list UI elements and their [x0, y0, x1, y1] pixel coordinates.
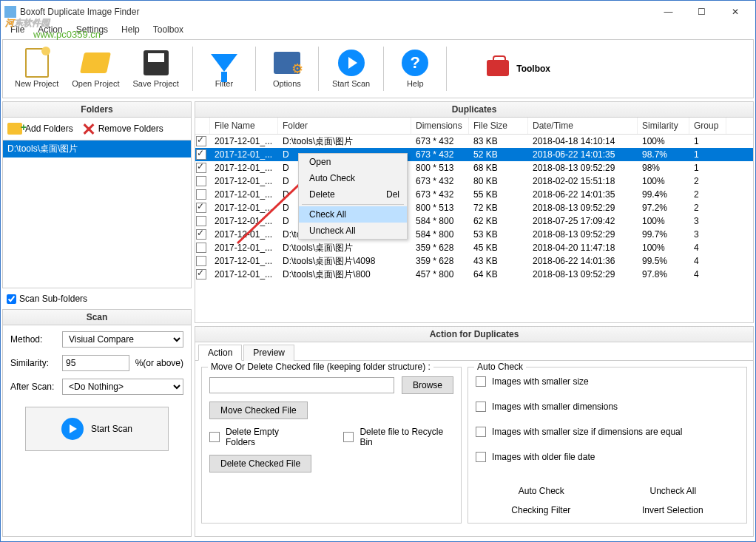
- ctx-auto-check[interactable]: Auto Check: [299, 170, 407, 186]
- table-row[interactable]: 2017-12-01_...D673 * 43252 KB2018-06-22 …: [195, 148, 753, 161]
- filter-button[interactable]: Filter: [202, 47, 246, 91]
- close-button[interactable]: ✕: [718, 1, 752, 22]
- col-similarity[interactable]: Similarity: [638, 118, 689, 134]
- col-group[interactable]: Group: [689, 118, 726, 134]
- titlebar: Boxoft Duplicate Image Finder — ☐ ✕: [1, 1, 755, 23]
- tab-action[interactable]: Action: [198, 345, 242, 361]
- ctx-check-all[interactable]: Check All: [299, 206, 407, 223]
- delete-empty-checkbox[interactable]: Delete Empty Folders: [209, 427, 306, 447]
- menu-toolbox[interactable]: Toolbox: [147, 23, 189, 38]
- similarity-suffix: %(or above): [135, 358, 183, 368]
- start-scan-big-button[interactable]: Start Scan: [25, 407, 169, 451]
- row-checkbox[interactable]: [196, 256, 206, 266]
- move-delete-fieldset: Move Or Delete Checked file (keeping fol…: [201, 367, 462, 524]
- row-checkbox[interactable]: [196, 176, 206, 186]
- folders-panel: Folders Add Folders Remove Folders D:\to…: [2, 101, 192, 288]
- auto-check-link[interactable]: Auto Check: [519, 486, 564, 496]
- move-path-input[interactable]: [209, 377, 394, 393]
- minimize-button[interactable]: —: [652, 1, 685, 22]
- ac-smaller-dim[interactable]: Images with smaller dimensions: [476, 402, 739, 412]
- app-icon: [4, 6, 16, 18]
- duplicates-header: Duplicates: [195, 102, 753, 118]
- table-row[interactable]: 2017-12-01_...D:\tools\桌面\图片359 * 62845 …: [195, 241, 753, 254]
- tab-preview[interactable]: Preview: [243, 345, 294, 361]
- col-dimensions[interactable]: Dimensions: [411, 118, 469, 134]
- table-row[interactable]: 2017-12-01_...D800 * 51372 KB2018-08-13 …: [195, 201, 753, 214]
- col-datetime[interactable]: Date/Time: [528, 118, 638, 134]
- method-select[interactable]: Visiual Compare: [62, 331, 183, 348]
- scan-header: Scan: [3, 310, 191, 325]
- action-panel: Action for Duplicates Action Preview Mov…: [195, 326, 754, 537]
- open-project-button[interactable]: Open Project: [67, 47, 124, 91]
- row-checkbox[interactable]: [196, 243, 206, 253]
- toolbar-separator: [446, 47, 447, 91]
- after-scan-label: After Scan:: [10, 382, 56, 392]
- new-project-icon: [24, 50, 50, 76]
- table-row[interactable]: 2017-12-01_...D:\tools\桌面\图片\4098359 * 6…: [195, 254, 753, 268]
- ctx-open[interactable]: Open: [299, 154, 407, 170]
- row-checkbox[interactable]: [196, 229, 206, 240]
- start-scan-button[interactable]: Start Scan: [328, 47, 374, 91]
- row-checkbox[interactable]: [196, 203, 206, 213]
- similarity-label: Similarity:: [10, 358, 56, 368]
- maximize-button[interactable]: ☐: [685, 1, 718, 22]
- recycle-bin-checkbox[interactable]: Delete file to Recycle Bin: [343, 427, 453, 447]
- scan-subfolders-input[interactable]: [7, 294, 16, 304]
- similarity-input[interactable]: [62, 355, 129, 371]
- ctx-uncheck-all[interactable]: Uncheck All: [299, 223, 407, 239]
- delete-checked-button[interactable]: Delete Checked File: [209, 455, 311, 472]
- col-filesize[interactable]: File Size: [469, 118, 528, 134]
- add-folders-button[interactable]: Add Folders: [7, 123, 73, 135]
- new-project-button[interactable]: New Project: [10, 47, 63, 91]
- row-checkbox[interactable]: [196, 163, 206, 173]
- table-row[interactable]: 2017-12-01_...D673 * 43280 KB2018-02-02 …: [195, 175, 753, 188]
- remove-folders-button[interactable]: Remove Folders: [82, 122, 163, 135]
- col-folder[interactable]: Folder: [278, 118, 411, 134]
- ac-older-date[interactable]: Images with older file date: [476, 452, 739, 462]
- save-project-button[interactable]: Save Project: [129, 47, 183, 91]
- move-checked-button[interactable]: Move Checked File: [209, 402, 308, 419]
- col-filename[interactable]: File Name: [210, 118, 278, 134]
- table-row[interactable]: 2017-12-01_...D:\tools\桌面\图片\800457 * 80…: [195, 268, 753, 281]
- row-checkbox[interactable]: [196, 269, 206, 280]
- menu-file[interactable]: File: [4, 23, 30, 38]
- options-button[interactable]: Options: [265, 47, 309, 91]
- scan-subfolders-checkbox[interactable]: Scan Sub-folders: [2, 291, 192, 306]
- browse-button[interactable]: Browse: [402, 376, 453, 394]
- invert-selection-link[interactable]: Invert Selection: [642, 505, 703, 515]
- scan-panel: Scan Method: Visiual Compare Similarity:…: [2, 309, 192, 537]
- save-project-icon: [143, 50, 169, 76]
- filter-icon: [211, 50, 237, 76]
- window-title: Boxoft Duplicate Image Finder: [20, 7, 652, 17]
- menu-action[interactable]: Action: [32, 23, 68, 38]
- table-row[interactable]: 2017-12-01_...D:\tools\桌面\图片673 * 43283 …: [195, 135, 753, 148]
- toolbox-button[interactable]: Toolbox: [479, 60, 558, 78]
- after-scan-select[interactable]: <Do Nothing>: [62, 379, 183, 395]
- options-icon: [274, 50, 300, 76]
- table-body[interactable]: 2017-12-01_...D:\tools\桌面\图片673 * 43283 …: [195, 135, 753, 281]
- play-icon: [61, 418, 84, 440]
- table-row[interactable]: 2017-12-01_...D800 * 51368 KB2018-08-13 …: [195, 161, 753, 175]
- table-row[interactable]: 2017-12-01_...D:\tools\桌面\图片584 * 80053 …: [195, 228, 753, 241]
- row-checkbox[interactable]: [196, 189, 206, 200]
- folders-header: Folders: [3, 102, 191, 118]
- menu-help[interactable]: Help: [115, 23, 146, 38]
- menu-settings[interactable]: Settings: [70, 23, 114, 38]
- toolbox-icon: [487, 60, 510, 78]
- row-checkbox[interactable]: [196, 216, 206, 226]
- method-label: Method:: [10, 334, 56, 345]
- folder-list[interactable]: D:\tools\桌面\图片: [3, 140, 191, 288]
- checking-filter-link[interactable]: Checking Filter: [511, 505, 570, 515]
- table-header: File Name Folder Dimensions File Size Da…: [195, 118, 753, 135]
- ctx-delete[interactable]: DeleteDel: [299, 186, 407, 203]
- ac-smaller-size[interactable]: Images with smaller size: [476, 376, 739, 387]
- help-button[interactable]: ? Help: [393, 47, 437, 91]
- row-checkbox[interactable]: [196, 136, 206, 146]
- table-row[interactable]: 2017-12-01_...D673 * 43255 KB2018-06-22 …: [195, 188, 753, 201]
- table-row[interactable]: 2017-12-01_...D584 * 80062 KB2018-07-25 …: [195, 214, 753, 228]
- ac-smaller-size-equal-dim[interactable]: Images with smaller size if dimensions a…: [476, 427, 739, 437]
- folder-row[interactable]: D:\tools\桌面\图片: [3, 140, 191, 157]
- row-checkbox[interactable]: [196, 149, 206, 160]
- remove-folder-icon: [82, 122, 95, 135]
- uncheck-all-link[interactable]: Uncheck All: [649, 486, 696, 496]
